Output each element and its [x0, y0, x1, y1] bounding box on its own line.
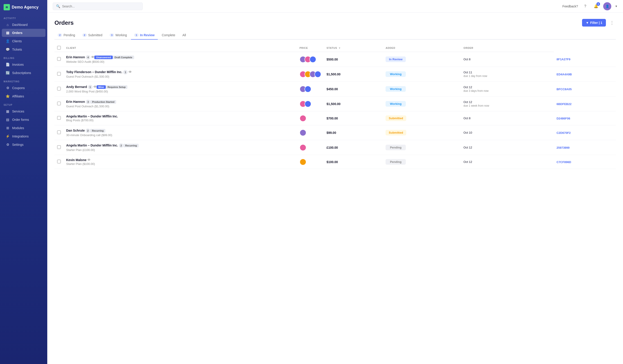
- order-forms-icon: ▤: [5, 118, 10, 122]
- badge-draft: Draft Complete: [113, 56, 134, 59]
- tab-badge-pending: 2: [58, 34, 62, 37]
- sidebar-item-subscriptions[interactable]: 🔄Subscriptions: [2, 69, 45, 77]
- sidebar-item-modules[interactable]: ⊞Modules: [2, 124, 45, 132]
- order-link[interactable]: C2D670F2: [556, 131, 571, 134]
- sidebar-item-settings[interactable]: ⚙Settings: [2, 141, 45, 149]
- badge-mine: Mine: [97, 85, 106, 89]
- eye-icon[interactable]: 👁: [91, 55, 94, 59]
- app-logo[interactable]: ≋ Demo Agency: [0, 0, 47, 14]
- row-checkbox-1[interactable]: [57, 72, 61, 76]
- sidebar-item-label: Invoices: [12, 63, 24, 66]
- avatar-group: [300, 71, 321, 78]
- header-actions: ▼ Filter | 1 ⋮: [582, 19, 616, 26]
- header-right: Feedback? ? 🔔 5 👤 ▼: [562, 2, 618, 10]
- added-date: Oct 12: [464, 160, 551, 164]
- sidebar-section-billing: BILLING: [0, 54, 47, 60]
- order-link[interactable]: 6BDFEB22: [556, 102, 572, 106]
- tab-complete[interactable]: Complete: [159, 31, 178, 40]
- row-checkbox-2[interactable]: [57, 87, 61, 90]
- row-checkbox-5[interactable]: [57, 130, 61, 134]
- added-due: due 1 day from now: [464, 74, 551, 78]
- page-header: Orders ▼ Filter | 1 ⋮: [54, 19, 616, 26]
- feedback-button[interactable]: Feedback?: [562, 4, 578, 8]
- table-row: Angela Martin – Dunder Mifflin Inc. Blog…: [54, 111, 616, 125]
- sidebar-item-label: Affiliates: [12, 94, 24, 98]
- services-icon: ▦: [5, 109, 10, 113]
- avatar-chevron-icon[interactable]: ▼: [615, 5, 618, 8]
- client-service: Guest Post Outreach ($1,500.00): [66, 105, 294, 108]
- tab-submitted[interactable]: 2Submitted: [79, 31, 106, 40]
- sidebar-item-tickets[interactable]: 💬Tickets: [2, 45, 45, 54]
- sidebar-item-coupons[interactable]: ⚙Coupons: [2, 84, 45, 92]
- client-name: Dan Schrute2Recurring: [66, 128, 294, 133]
- client-service: Guest Post Outreach ($1,500.00): [66, 75, 294, 78]
- table-row: Erin Hannon3Production Started Guest Pos…: [54, 97, 616, 111]
- order-link[interactable]: 25973999: [556, 146, 570, 149]
- sidebar-item-services[interactable]: ▦Services: [2, 107, 45, 115]
- count-badge: 2: [119, 143, 123, 148]
- help-icon: ?: [584, 4, 586, 8]
- tab-all[interactable]: All: [179, 31, 189, 40]
- order-link[interactable]: BFCC8A05: [556, 87, 572, 91]
- avatar-0: [300, 115, 306, 122]
- price-value: $1,500.00: [327, 72, 340, 76]
- row-checkbox-0[interactable]: [57, 57, 61, 61]
- sidebar-item-order-forms[interactable]: ▤Order forms: [2, 116, 45, 124]
- sidebar-item-clients[interactable]: 👤Clients: [2, 37, 45, 45]
- eye-icon[interactable]: 👁: [93, 85, 97, 89]
- sidebar-item-label: Settings: [12, 143, 24, 147]
- search-input[interactable]: [62, 4, 139, 8]
- sidebar-item-integrations[interactable]: ⚡Integrations: [2, 132, 45, 140]
- avatar-group: [300, 56, 321, 63]
- search-icon: 🔍: [56, 4, 60, 8]
- eye-icon[interactable]: 👁: [129, 70, 132, 74]
- order-link[interactable]: ED4A4A9B: [556, 73, 572, 76]
- sidebar-item-affiliates[interactable]: ⭐Affiliates: [2, 92, 45, 100]
- client-service: 2,000 Word Blog Post ($450.00): [66, 90, 294, 93]
- avatar[interactable]: 👤: [603, 2, 611, 10]
- search-box[interactable]: 🔍: [53, 2, 143, 10]
- added-date: Oct 10: [464, 131, 551, 134]
- tab-pending[interactable]: 2Pending: [54, 31, 78, 40]
- help-button[interactable]: ?: [581, 3, 589, 10]
- order-link[interactable]: 8F1A27F9: [556, 58, 570, 61]
- row-checkbox-6[interactable]: [57, 145, 61, 149]
- subscriptions-icon: 🔄: [5, 71, 10, 75]
- filter-icon: ▼: [586, 21, 589, 24]
- order-link[interactable]: D2486F06: [556, 117, 570, 120]
- status-badge: Pending: [386, 159, 406, 165]
- added-date: Oct 12: [464, 100, 551, 104]
- status-badge: Working: [386, 71, 406, 77]
- eye-icon[interactable]: 👁: [87, 158, 90, 162]
- tickets-icon: 💬: [5, 47, 10, 51]
- client-service: Starter Plan (£100.00): [66, 148, 294, 152]
- client-service: Starter Plan ($100.00): [66, 162, 294, 166]
- row-checkbox-4[interactable]: [57, 116, 61, 120]
- sidebar-item-dashboard[interactable]: ⌂Dashboard: [2, 21, 45, 29]
- sidebar-item-orders[interactable]: ▤Orders: [2, 29, 45, 37]
- status-column-header[interactable]: STATUS ▼: [324, 44, 383, 52]
- filter-button[interactable]: ▼ Filter | 1: [582, 19, 606, 26]
- avatar-group: [300, 101, 321, 107]
- row-checkbox-3[interactable]: [57, 102, 61, 105]
- tab-in-review[interactable]: 1In Review: [131, 31, 158, 40]
- sidebar-item-label: Coupons: [12, 86, 25, 90]
- invoices-icon: 📄: [5, 63, 10, 66]
- more-options-button[interactable]: ⋮: [608, 19, 616, 26]
- select-all-checkbox[interactable]: [57, 46, 61, 49]
- order-link[interactable]: C7CF896D: [556, 160, 571, 164]
- tabs: 2Pending2Submitted3Working1In ReviewComp…: [54, 31, 616, 40]
- client-name: Andy Bernard1👁MineRequires Setup: [66, 85, 294, 89]
- more-icon: ⋮: [610, 20, 614, 25]
- tab-working[interactable]: 3Working: [107, 31, 130, 40]
- avatar-1: [305, 101, 311, 107]
- badge-recurring: Recurring: [123, 144, 139, 147]
- sidebar-section-activity: ACTIVITY: [0, 14, 47, 21]
- sidebar-item-invoices[interactable]: 📄Invoices: [2, 61, 45, 69]
- tab-badge-submitted: 2: [82, 34, 87, 37]
- notification-button[interactable]: 🔔 5: [592, 3, 600, 10]
- row-checkbox-7[interactable]: [57, 160, 61, 163]
- added-due: due 1 week from now: [464, 104, 551, 107]
- client-name: Erin Hannon3Production Started: [66, 100, 294, 104]
- client-service: Blog Posts ($700.00): [66, 119, 294, 122]
